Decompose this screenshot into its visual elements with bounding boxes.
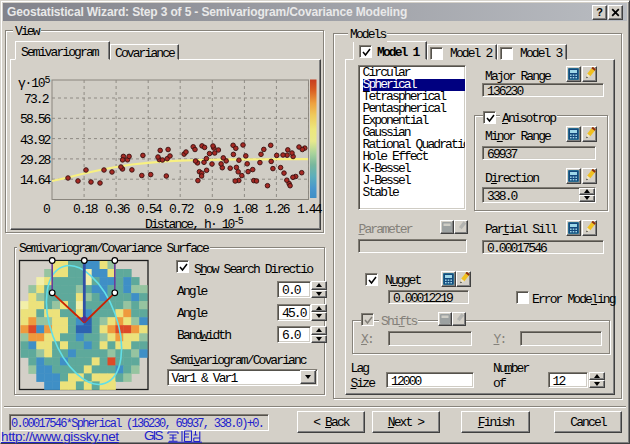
svg-text:GIS: GIS [144, 429, 163, 443]
